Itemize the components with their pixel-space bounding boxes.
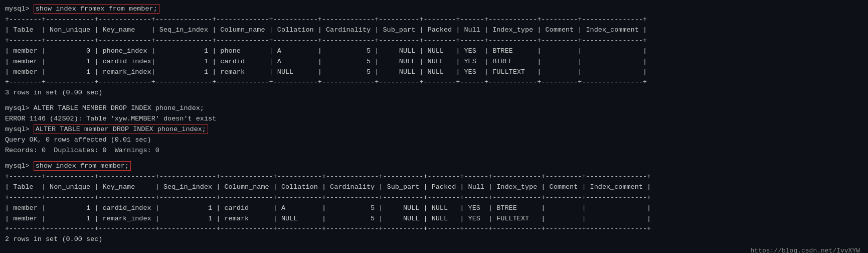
terminal-line: +--------+------------+--------------+--… (0, 172, 868, 182)
terminal-line: +--------+------------+--------------+--… (0, 193, 868, 203)
terminal-line: | member | 1 | remark_index| 1 | remark … (0, 67, 868, 78)
footer-url: https://blog.csdn.net/IvyXYW (0, 246, 868, 253)
terminal-line: mysql> ALTER TABLE member DROP INDEX pho… (0, 124, 868, 135)
terminal-line: | Table | Non_unique | Key_name | Seq_in… (0, 182, 868, 193)
terminal-window: mysql> show index fromex from member;+--… (0, 0, 868, 253)
terminal-line (0, 98, 868, 103)
command-text: ALTER TABLE MEMBER DROP INDEX phone_inde… (34, 104, 204, 112)
terminal-line: +--------+------------+-------------+---… (0, 36, 868, 46)
terminal-line: Records: 0 Duplicates: 0 Warnings: 0 (0, 146, 868, 156)
mysql-prompt: mysql> (5, 162, 34, 170)
terminal-line (0, 156, 868, 161)
terminal-line: 2 rows in set (0.00 sec) (0, 234, 868, 245)
terminal-line: 3 rows in set (0.00 sec) (0, 88, 868, 98)
terminal-line: ERROR 1146 (42S02): Table 'xyw.MEMBER' d… (0, 114, 868, 124)
terminal-line: +--------+------------+--------------+--… (0, 224, 868, 234)
mysql-prompt: mysql> (5, 5, 34, 13)
mysql-prompt: mysql> (5, 104, 34, 112)
terminal-line: | Table | Non_unique | Key_name | Seq_in… (0, 25, 868, 36)
terminal-line: | member | 0 | phone_index | 1 | phone |… (0, 46, 868, 57)
terminal-line: | member | 1 | remark_index | 1 | remark… (0, 214, 868, 224)
terminal-line: +--------+------------+-------------+---… (0, 77, 868, 88)
terminal-line: mysql> show index fromex from member; (0, 4, 868, 15)
terminal-line: mysql> ALTER TABLE MEMBER DROP INDEX pho… (0, 103, 868, 114)
terminal-line: | member | 1 | cardid_index| 1 | cardid … (0, 57, 868, 67)
terminal-line: Query OK, 0 rows affected (0.01 sec) (0, 135, 868, 146)
command-highlighted: show index from member; (34, 161, 131, 171)
command-highlighted: ALTER TABLE member DROP INDEX phone_inde… (34, 124, 208, 134)
terminal-line: mysql> show index from member; (0, 161, 868, 172)
command-highlighted: show index fromex from member; (34, 4, 159, 14)
terminal-line: +--------+------------+-------------+---… (0, 15, 868, 25)
terminal-line: | member | 1 | cardid_index | 1 | cardid… (0, 203, 868, 214)
mysql-prompt: mysql> (5, 125, 34, 133)
